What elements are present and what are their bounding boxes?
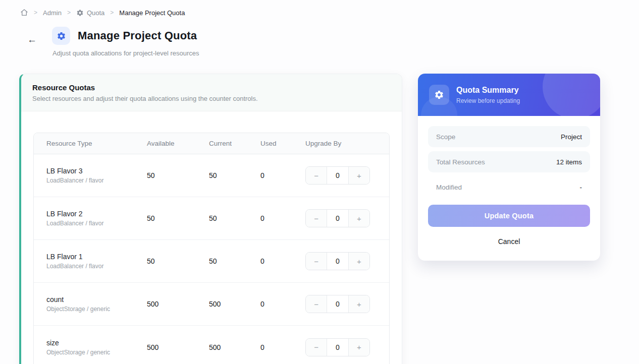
upgrade-cell: − 0 +	[305, 295, 389, 313]
update-quota-button[interactable]: Update Quota	[428, 205, 590, 227]
breadcrumb-item-label: Quota	[87, 9, 104, 17]
table-column-header: Resource Type	[34, 140, 147, 147]
used-value: 0	[260, 300, 305, 308]
resource-type: ObjectStorage / generic	[46, 306, 147, 313]
breadcrumb-separator: >	[67, 9, 71, 16]
available-value: 500	[147, 300, 209, 308]
increment-button[interactable]: +	[349, 295, 369, 313]
home-icon[interactable]	[20, 9, 28, 17]
upgrade-cell: − 0 +	[305, 166, 389, 185]
available-value: 50	[147, 171, 209, 179]
resource-cell: LB Flavor 1 LoadBalancer / flavor	[34, 253, 147, 270]
quota-table: Resource Type Available Current Used Upg…	[33, 133, 390, 364]
title-group: Manage Project Quota Adjust quota alloca…	[52, 27, 199, 57]
back-button[interactable]: ←	[25, 33, 39, 46]
decrement-button[interactable]: −	[306, 295, 327, 313]
resource-type: LoadBalancer / flavor	[46, 177, 147, 184]
used-value: 0	[260, 171, 305, 179]
resource-name: LB Flavor 1	[46, 253, 147, 261]
quantity-stepper: − 0 +	[305, 338, 370, 356]
table-header: Resource Type Available Current Used Upg…	[34, 133, 389, 154]
table-column-header: Current	[209, 140, 260, 147]
upgrade-cell: − 0 +	[305, 209, 389, 227]
resource-name: count	[46, 295, 147, 304]
resource-card-header: Resource Quotas Select resources and adj…	[21, 74, 402, 111]
resource-cell: count ObjectStorage / generic	[34, 295, 147, 313]
current-value: 50	[209, 171, 260, 179]
upgrade-cell: − 0 +	[305, 252, 389, 270]
available-value: 500	[147, 343, 209, 351]
quantity-stepper: − 0 +	[305, 252, 370, 270]
stepper-value: 0	[327, 295, 348, 313]
table-row[interactable]: LB Flavor 3 LoadBalancer / flavor 50 50 …	[34, 154, 389, 197]
used-value: 0	[260, 214, 305, 222]
page-subtitle: Adjust quota allocations for project-lev…	[52, 49, 199, 57]
gear-icon	[434, 90, 444, 100]
breadcrumb-item-quota[interactable]: Quota	[76, 9, 104, 17]
stepper-value: 0	[327, 167, 348, 184]
stepper-value: 0	[327, 253, 348, 270]
table-body: LB Flavor 3 LoadBalancer / flavor 50 50 …	[34, 154, 389, 364]
summary-label: Modified	[436, 184, 462, 191]
table-row[interactable]: LB Flavor 2 LoadBalancer / flavor 50 50 …	[34, 197, 389, 240]
summary-value: -	[580, 184, 582, 191]
breadcrumb-item-admin[interactable]: Admin	[43, 9, 62, 17]
summary-row: Scope Project	[428, 126, 590, 147]
current-value: 500	[209, 300, 260, 308]
summary-row: Total Resources 12 items	[428, 151, 590, 172]
decrement-button[interactable]: −	[306, 167, 327, 184]
table-column-header: Upgrade By	[305, 140, 389, 147]
resource-type: ObjectStorage / generic	[46, 349, 147, 356]
summary-value: Project	[561, 133, 582, 141]
resource-cell: size ObjectStorage / generic	[34, 339, 147, 356]
used-value: 0	[260, 257, 305, 265]
resource-name: LB Flavor 2	[46, 210, 147, 218]
main-content: Resource Quotas Select resources and adj…	[0, 74, 639, 364]
summary-label: Total Resources	[436, 158, 485, 166]
quantity-stepper: − 0 +	[305, 166, 370, 185]
summary-label: Scope	[436, 133, 455, 141]
resource-card-body: Resource Type Available Current Used Upg…	[21, 111, 402, 364]
available-value: 50	[147, 214, 209, 222]
upgrade-cell: − 0 +	[305, 338, 389, 356]
table-row[interactable]: size ObjectStorage / generic 500 500 0 −…	[34, 326, 389, 364]
summary-card-body: Scope Project Total Resources 12 items M…	[418, 116, 600, 261]
available-value: 50	[147, 257, 209, 265]
used-value: 0	[260, 343, 305, 351]
decrement-button[interactable]: −	[306, 210, 327, 227]
increment-button[interactable]: +	[349, 167, 369, 184]
resource-cell: LB Flavor 3 LoadBalancer / flavor	[34, 167, 147, 184]
quantity-stepper: − 0 +	[305, 295, 370, 313]
current-value: 50	[209, 214, 260, 222]
breadcrumb-separator: >	[34, 9, 37, 16]
table-column-header: Used	[260, 140, 305, 147]
resource-quotas-card: Resource Quotas Select resources and adj…	[19, 74, 402, 364]
stepper-value: 0	[327, 339, 348, 356]
page-header: ← Manage Project Quota Adjust quota allo…	[0, 17, 639, 57]
decrement-button[interactable]: −	[306, 339, 327, 356]
increment-button[interactable]: +	[349, 253, 369, 270]
table-row[interactable]: count ObjectStorage / generic 500 500 0 …	[34, 283, 389, 326]
increment-button[interactable]: +	[349, 339, 369, 356]
resource-name: LB Flavor 3	[46, 167, 147, 175]
resource-card-subtitle: Select resources and adjust their quota …	[32, 95, 391, 102]
resource-name: size	[46, 339, 147, 347]
resource-cell: LB Flavor 2 LoadBalancer / flavor	[34, 210, 147, 227]
page-title-icon-tile	[52, 27, 70, 45]
summary-rows: Scope Project Total Resources 12 items M…	[428, 126, 590, 198]
breadcrumb-item-current: Manage Project Quota	[119, 9, 185, 17]
breadcrumb-separator: >	[110, 9, 114, 16]
summary-card-title: Quota Summary	[456, 86, 520, 95]
summary-row: Modified -	[428, 176, 590, 198]
decrement-button[interactable]: −	[306, 253, 327, 270]
current-value: 50	[209, 257, 260, 265]
resource-card-title: Resource Quotas	[32, 83, 391, 92]
table-row[interactable]: LB Flavor 1 LoadBalancer / flavor 50 50 …	[34, 240, 389, 283]
cancel-button[interactable]: Cancel	[493, 234, 525, 249]
stepper-value: 0	[327, 210, 348, 227]
summary-card-subtitle: Review before updating	[456, 97, 520, 104]
resource-type: LoadBalancer / flavor	[46, 220, 147, 227]
gear-icon	[57, 31, 66, 41]
quantity-stepper: − 0 +	[305, 209, 370, 227]
increment-button[interactable]: +	[349, 210, 369, 227]
